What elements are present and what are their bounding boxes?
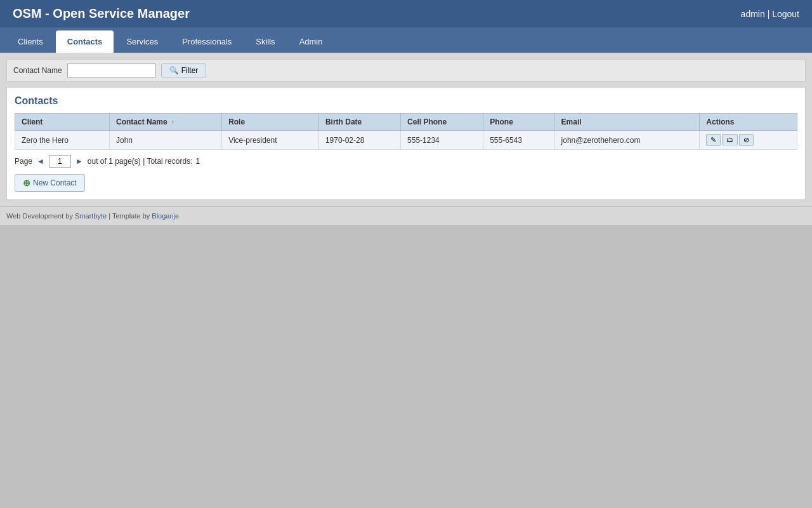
app-title: OSM - Open Service Manager (13, 6, 190, 21)
contact-name-input[interactable] (67, 64, 156, 77)
cell-contact_name: John (109, 131, 221, 150)
tab-services[interactable]: Services (115, 30, 169, 53)
page-label: Page (15, 157, 32, 166)
username: admin (741, 9, 765, 19)
main-content: Contact Name 🔍 Filter Contacts Client Co… (0, 53, 812, 206)
tab-professionals[interactable]: Professionals (171, 30, 243, 53)
contact-name-label: Contact Name (13, 66, 62, 75)
col-actions: Actions (700, 114, 797, 131)
cell-client: Zero the Hero (15, 131, 110, 150)
col-email: Email (554, 114, 700, 131)
footer-link-bloganje[interactable]: Bloganje (152, 212, 179, 220)
footer-link-smartbyte[interactable]: Smartbyte (75, 212, 107, 220)
out-of-label: out of 1 page(s) | Total records: (88, 157, 193, 166)
next-page-button[interactable]: ► (74, 157, 84, 166)
new-contact-label: New Contact (33, 178, 77, 187)
col-contact-name[interactable]: Contact Name ↑ (109, 114, 221, 131)
cell-cell_phone: 555-1234 (401, 131, 483, 150)
col-phone: Phone (483, 114, 554, 131)
plus-circle-icon: ⊕ (23, 178, 30, 188)
footer: Web Development by Smartbyte | Template … (0, 206, 812, 225)
footer-text-before-link1: Web Development by (6, 212, 75, 220)
tab-clients[interactable]: Clients (6, 30, 55, 53)
separator: | (768, 9, 770, 19)
header: OSM - Open Service Manager admin | Logou… (0, 0, 812, 27)
contacts-table-body: Zero the HeroJohnVice-president1970-02-2… (15, 131, 797, 150)
edit-button[interactable]: ✎ (706, 134, 721, 146)
footer-text-between: | Template by (107, 212, 152, 220)
cell-birth_date: 1970-02-28 (318, 131, 400, 150)
cell-email: john@zerothehero.com (554, 131, 700, 150)
prev-page-button[interactable]: ◄ (36, 157, 46, 166)
filter-button-label: Filter (181, 66, 199, 75)
col-role: Role (222, 114, 319, 131)
logout-link[interactable]: Logout (772, 9, 799, 19)
table-header: Client Contact Name ↑ Role Birth Date Ce… (15, 114, 797, 131)
user-area: admin | Logout (741, 9, 799, 19)
pagination: Page ◄ 1 ► out of 1 page(s) | Total reco… (15, 155, 797, 168)
filter-button[interactable]: 🔍 Filter (161, 64, 207, 77)
col-birth-date: Birth Date (318, 114, 400, 131)
cell-role: Vice-president (222, 131, 319, 150)
filter-search-icon: 🔍 (169, 66, 179, 75)
cell-phone: 555-6543 (483, 131, 554, 150)
page-number-input[interactable]: 1 (49, 155, 71, 168)
table-row: Zero the HeroJohnVice-president1970-02-2… (15, 131, 797, 150)
contacts-panel: Contacts Client Contact Name ↑ Role Birt… (6, 87, 806, 200)
navigation: Clients Contacts Services Professionals … (0, 27, 812, 53)
sort-up-icon: ↑ (171, 119, 174, 126)
tab-admin[interactable]: Admin (288, 30, 334, 53)
delete-button[interactable]: ⊘ (739, 134, 754, 146)
contacts-table: Client Contact Name ↑ Role Birth Date Ce… (15, 113, 797, 150)
new-contact-button[interactable]: ⊕ New Contact (15, 174, 85, 192)
contacts-title: Contacts (15, 95, 797, 107)
col-cell-phone: Cell Phone (401, 114, 483, 131)
col-client: Client (15, 114, 110, 131)
folder-button[interactable]: 🗂 (722, 134, 738, 145)
cell-actions: ✎🗂⊘ (700, 131, 797, 150)
filter-bar: Contact Name 🔍 Filter (6, 59, 806, 82)
total-records: 1 (195, 157, 200, 166)
tab-contacts[interactable]: Contacts (56, 30, 114, 53)
tab-skills[interactable]: Skills (244, 30, 286, 53)
